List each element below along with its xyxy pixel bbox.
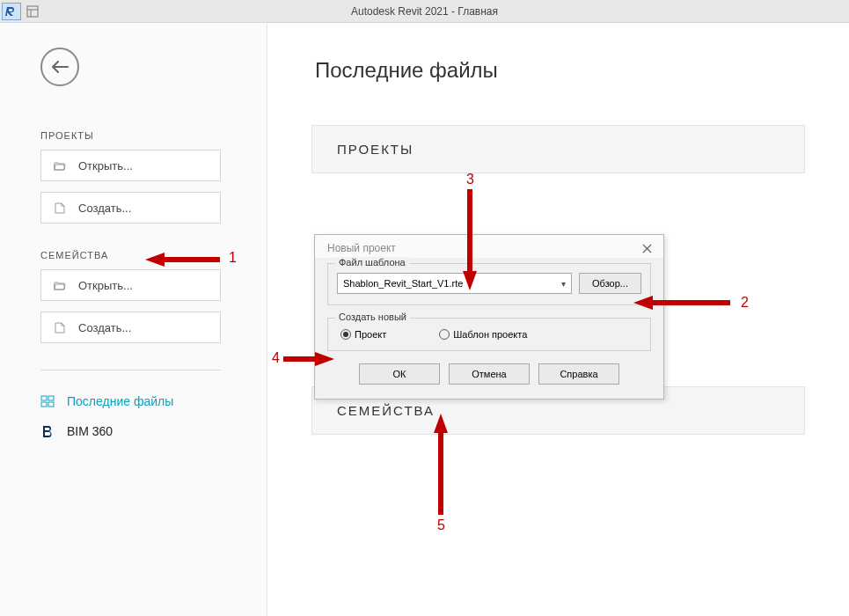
sidebar: ПРОЕКТЫ Открыть... Создать... СЕМЕЙСТВА …: [0, 23, 267, 616]
projects-panel: ПРОЕКТЫ: [311, 125, 805, 173]
fieldset-legend: Файл шаблона: [335, 257, 409, 268]
panel-title: СЕМЕЙСТВА: [337, 403, 779, 418]
close-icon: [642, 244, 652, 253]
radio-project[interactable]: Проект: [340, 329, 386, 340]
panel-title: ПРОЕКТЫ: [337, 142, 779, 157]
bim360-icon: [40, 425, 55, 437]
ok-button[interactable]: ОК: [359, 363, 440, 385]
create-new-fieldset: Создать новый Проект Шаблон проекта: [327, 318, 651, 351]
browse-button[interactable]: Обзор...: [579, 273, 641, 294]
button-label: Создать...: [78, 321, 131, 334]
cancel-button[interactable]: Отмена: [449, 363, 530, 385]
radio-icon: [439, 329, 450, 340]
svg-rect-0: [27, 6, 38, 17]
radio-icon: [340, 329, 351, 340]
template-fieldset: Файл шаблона Shablon_Revit_Start_V1.rte …: [327, 263, 651, 305]
projects-open-button[interactable]: Открыть...: [40, 150, 221, 181]
button-label: Открыть...: [78, 279, 133, 292]
properties-icon[interactable]: [23, 3, 42, 20]
new-file-icon: [54, 322, 66, 334]
titlebar: Autodesk Revit 2021 - Главная: [0, 0, 849, 23]
button-label: Создать...: [78, 202, 131, 215]
projects-create-button[interactable]: Создать...: [40, 192, 221, 224]
radio-project-template[interactable]: Шаблон проекта: [439, 329, 527, 340]
nav-recent-files[interactable]: Последние файлы: [40, 386, 249, 416]
radio-label: Шаблон проекта: [453, 329, 527, 340]
svg-rect-4: [48, 396, 54, 400]
dialog-close-button[interactable]: [639, 240, 655, 256]
chevron-down-icon: ▾: [561, 279, 566, 289]
combo-value: Shablon_Revit_Start_V1.rte: [343, 278, 463, 289]
new-file-icon: [54, 202, 66, 214]
help-button[interactable]: Справка: [538, 363, 619, 385]
dialog-title: Новый проект: [327, 242, 396, 254]
svg-rect-6: [48, 402, 54, 407]
folder-open-icon: [54, 161, 66, 171]
fieldset-legend: Создать новый: [335, 312, 410, 322]
page-title: Последние файлы: [315, 58, 805, 83]
families-open-button[interactable]: Открыть...: [40, 269, 221, 301]
recent-icon: [40, 395, 55, 407]
template-combobox[interactable]: Shablon_Revit_Start_V1.rte ▾: [337, 273, 572, 294]
app-icon[interactable]: [2, 3, 21, 20]
svg-rect-5: [41, 402, 47, 407]
nav-label: Последние файлы: [67, 394, 173, 408]
sidebar-divider: [40, 370, 221, 370]
nav-label: BIM 360: [67, 424, 113, 438]
button-label: Открыть...: [78, 159, 133, 172]
new-project-dialog: Новый проект Файл шаблона Shablon_Revit_…: [314, 234, 664, 400]
radio-label: Проект: [355, 329, 386, 340]
families-create-button[interactable]: Создать...: [40, 312, 221, 343]
families-section-label: СЕМЕЙСТВА: [40, 250, 249, 260]
back-button[interactable]: [40, 48, 79, 86]
projects-section-label: ПРОЕКТЫ: [40, 130, 249, 141]
nav-bim360[interactable]: BIM 360: [40, 416, 249, 446]
window-title: Autodesk Revit 2021 - Главная: [351, 5, 498, 18]
arrow-left-icon: [51, 61, 69, 73]
folder-open-icon: [54, 281, 66, 290]
svg-rect-3: [41, 396, 47, 400]
